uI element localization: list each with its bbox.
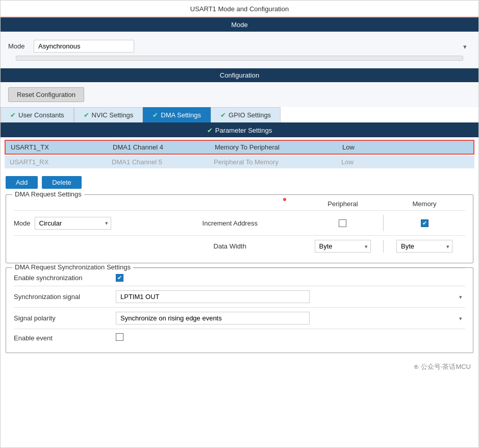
dma-row-selected-border: USART1_TX DMA1 Channel 4 Memory To Perip… — [5, 140, 474, 155]
sync-signal-label: Synchronization signal — [14, 293, 116, 301]
enable-sync-checkbox[interactable]: ✔ — [116, 274, 123, 282]
tab-icon-user-constants: ✔ — [10, 111, 16, 119]
dma-tx-priority: Low — [337, 141, 473, 154]
peripheral-checkbox-cell — [302, 215, 384, 231]
page-title: USART1 Mode and Configuration — [1, 1, 478, 18]
dma-table-container: USART1_TX DMA1 Channel 4 Memory To Perip… — [5, 140, 474, 168]
mode-section: Mode Asynchronous Synchronous Single Wir… — [1, 32, 478, 68]
mode-label: Mode — [8, 42, 29, 50]
mode-select-circular[interactable]: Normal Circular — [35, 217, 111, 230]
peripheral-dw-select[interactable]: Byte Half Word Word — [315, 240, 371, 253]
data-width-row: Data Width Byte Half Word Word ▾ Byte Ha… — [14, 235, 465, 257]
dma-tx-channel: DMA1 Channel 4 — [108, 141, 210, 154]
sub-tab-parameter-settings[interactable]: ✔ Parameter Settings — [207, 127, 272, 134]
tab-icon-gpio: ✔ — [220, 111, 226, 119]
signal-polarity-row: Signal polarity Synchronize on rising ed… — [14, 307, 465, 329]
dma-request-legend: DMA Request Settings — [12, 190, 84, 198]
mode-select-wrapper: Normal Circular ▾ — [35, 217, 111, 230]
sync-signal-select[interactable]: LPTIM1 OUT LPTIM2 OUT TIM1 TIM2 — [116, 290, 310, 303]
data-width-label: Data Width — [158, 242, 302, 250]
mode-row-label: Mode — [14, 219, 31, 227]
sub-tab-icon: ✔ — [207, 127, 213, 134]
sync-signal-row: Synchronization signal LPTIM1 OUT LPTIM2… — [14, 286, 465, 307]
increment-address-row: Mode Normal Circular ▾ Increment Address… — [14, 210, 465, 235]
dma-rx-channel: DMA1 Channel 5 — [107, 156, 209, 168]
increment-label: Increment Address — [158, 219, 302, 227]
memory-dw-select[interactable]: Byte Half Word Word — [396, 240, 452, 253]
mode-header: Mode — [1, 18, 478, 32]
tab-gpio-settings[interactable]: ✔ GPIO Settings — [211, 107, 281, 122]
sub-tab-row: ✔ Parameter Settings — [1, 123, 478, 137]
table-row[interactable]: USART1_TX DMA1 Channel 4 Memory To Perip… — [6, 141, 473, 154]
enable-event-checkbox[interactable] — [116, 333, 123, 341]
tab-icon-nvic: ✔ — [84, 111, 89, 119]
tab-user-constants[interactable]: ✔ User Constants — [1, 107, 74, 122]
tabs-row: ✔ User Constants ✔ NVIC Settings ✔ DMA S… — [1, 107, 478, 123]
peripheral-dw-wrapper: Byte Half Word Word ▾ — [315, 240, 371, 253]
enable-sync-value: ✔ — [116, 273, 465, 282]
add-button[interactable]: Add — [6, 176, 38, 189]
sync-legend: DMA Request Synchronization Settings — [12, 263, 133, 271]
reset-config-button[interactable]: Reset Configuration — [8, 87, 84, 102]
tab-nvic-settings[interactable]: ✔ NVIC Settings — [74, 107, 143, 122]
mode-select[interactable]: Asynchronous Synchronous Single Wire (Ha… — [34, 40, 134, 53]
dma-tx-direction: Memory To Peripheral — [210, 141, 337, 154]
dma-request-settings: DMA Request Settings Peripheral Memory M… — [6, 194, 473, 263]
signal-polarity-select[interactable]: Synchronize on rising edge events Synchr… — [116, 312, 310, 325]
sync-settings: DMA Request Synchronization Settings Ena… — [6, 267, 473, 353]
dma-table-normal: USART1_RX DMA1 Channel 5 Peripheral To M… — [5, 156, 474, 168]
dma-rx-direction: Peripheral To Memory — [209, 156, 336, 168]
sync-signal-select-wrapper: LPTIM1 OUT LPTIM2 OUT TIM1 TIM2 ▾ — [116, 290, 465, 303]
watermark: ⊕ 公众号·茶话MCU — [1, 358, 478, 376]
delete-button[interactable]: Delete — [42, 176, 82, 189]
col-header-memory: Memory — [384, 200, 465, 208]
buttons-row: Add Delete — [1, 171, 478, 192]
signal-polarity-select-wrapper: Synchronize on rising edge events Synchr… — [116, 312, 465, 325]
tab-icon-dma: ✔ — [153, 111, 158, 119]
reset-section: Reset Configuration — [1, 82, 478, 107]
memory-checkbox-cell: ✔ — [384, 215, 465, 231]
dma-rx-name: USART1_RX — [5, 156, 107, 168]
signal-polarity-icon: ▾ — [459, 315, 462, 321]
peripheral-increment-checkbox[interactable] — [339, 219, 346, 227]
mode-inline-row: Mode Normal Circular ▾ — [14, 217, 158, 230]
enable-event-value — [116, 333, 465, 342]
peripheral-dw-cell: Byte Half Word Word ▾ — [302, 240, 384, 253]
sync-signal-icon: ▾ — [459, 293, 462, 300]
memory-dw-cell: Byte Half Word Word ▾ — [384, 240, 465, 253]
enable-event-row: Enable event — [14, 329, 465, 346]
memory-dw-wrapper: Byte Half Word Word ▾ — [396, 240, 452, 253]
table-row[interactable]: USART1_RX DMA1 Channel 5 Peripheral To M… — [5, 156, 474, 168]
tab-dma-settings[interactable]: ✔ DMA Settings — [143, 107, 211, 122]
scrollbar[interactable] — [16, 56, 463, 61]
col-header-peripheral: Peripheral — [302, 200, 384, 208]
enable-event-label: Enable event — [14, 334, 116, 342]
config-header: Configuration — [1, 68, 478, 82]
title-text: USART1 Mode and Configuration — [190, 5, 289, 13]
dma-rx-priority: Low — [336, 156, 474, 168]
memory-increment-checkbox[interactable]: ✔ — [421, 219, 428, 227]
dma-tx-name: USART1_TX — [6, 141, 108, 154]
enable-sync-label: Enable synchronization — [14, 274, 116, 282]
signal-polarity-label: Signal polarity — [14, 314, 116, 322]
red-dot-indicator — [283, 198, 286, 201]
